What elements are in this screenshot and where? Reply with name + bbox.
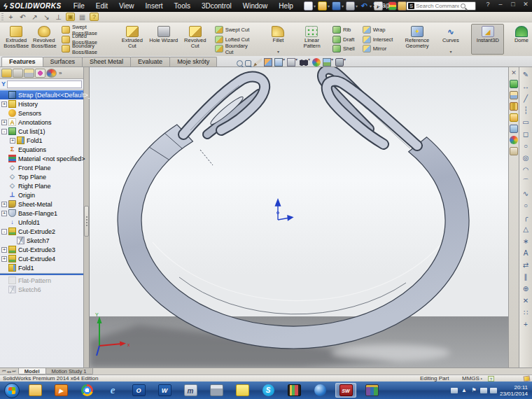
expand-toggle-icon[interactable]: + (1, 120, 7, 125)
revolved-boss-button[interactable]: Revolved Boss/Base (31, 24, 58, 55)
filter-input[interactable] (7, 80, 82, 88)
taskbar-app-button[interactable] (284, 383, 304, 398)
dome-button[interactable]: Dome (505, 24, 532, 55)
mirror-button[interactable]: Mirror (360, 44, 396, 53)
tree-item[interactable]: + History (0, 99, 83, 108)
tree-item[interactable]: + Cut-Extrude3 (0, 245, 83, 254)
expand-toggle-icon[interactable]: + (1, 102, 7, 107)
toolbar-grip[interactable] (1, 13, 4, 21)
doc-nav-arrow-icon[interactable]: ⏮ (2, 369, 6, 374)
document-tab[interactable]: Motion Study 1 (46, 368, 93, 374)
menu-item[interactable]: Edit (91, 1, 113, 10)
tree-item[interactable]: ◇ Front Plane (0, 163, 83, 172)
taskbar-app-button[interactable]: e (102, 383, 123, 398)
sketch-tool-icon[interactable]: ◎ (520, 153, 531, 164)
intersect-button[interactable]: Intersect (360, 35, 396, 44)
sketch-tool-icon[interactable]: ┆ (520, 105, 531, 116)
sketch-tool-icon[interactable]: ↔ (520, 81, 531, 92)
tree-item[interactable]: + Sheet-Metal (0, 200, 83, 209)
hole-wizard-button[interactable]: Hole Wizard (148, 24, 179, 55)
task-pane-icon[interactable] (510, 102, 518, 111)
menu-item[interactable]: File (69, 1, 90, 10)
tree-item[interactable]: ◇ Top Plane (0, 172, 83, 181)
feature-manager-overflow-icon[interactable]: » (59, 70, 62, 76)
extruded-boss-button[interactable]: Extruded Boss/Base (3, 24, 30, 55)
open-icon[interactable] (318, 1, 327, 10)
sketch-tool-icon[interactable]: ◻ (520, 129, 531, 140)
tree-item[interactable]: Σ Equations (0, 145, 83, 154)
macro-tool-icon[interactable]: ↘ (42, 13, 51, 22)
panel-splitter-grip[interactable] (84, 206, 89, 237)
sketch-tool-icon[interactable]: ✎ (520, 69, 531, 80)
command-tab[interactable]: Features (1, 57, 43, 66)
tree-item[interactable]: ╱ Sketch6 (0, 285, 83, 294)
expand-toggle-icon[interactable]: + (1, 247, 7, 253)
sketch-tool-icon[interactable]: ✕ (520, 295, 531, 307)
sketch-tool-icon[interactable]: ∗ (520, 236, 531, 247)
filter-icon[interactable]: Y (1, 80, 6, 88)
new-document-icon[interactable] (304, 1, 313, 10)
linear-pattern-button[interactable]: Linear Pattern (295, 24, 328, 55)
sketch-tool-icon[interactable]: ╱ (520, 93, 531, 104)
command-tab[interactable]: Surfaces (43, 57, 83, 66)
sketch-tool-icon[interactable]: ◠ (520, 164, 531, 176)
units-selector[interactable]: MMGS (462, 375, 482, 382)
taskbar-app-button[interactable]: S (258, 383, 279, 398)
tree-item[interactable] (0, 273, 83, 275)
tray-volume-icon[interactable] (490, 388, 497, 393)
status-tag-icon[interactable] (523, 375, 530, 382)
taskbar-app-button[interactable]: W (154, 383, 175, 398)
sketch-tool-icon[interactable]: ⇄ (520, 260, 531, 271)
extruded-cut-button[interactable]: Extruded Cut (117, 24, 148, 55)
tray-show-hidden-icon[interactable]: ▲ (461, 387, 468, 393)
wrap-button[interactable]: Wrap (360, 25, 396, 34)
save-icon[interactable] (332, 1, 341, 10)
feature-manager-tab-icon[interactable] (13, 69, 23, 78)
window-button[interactable]: ✕ (521, 1, 531, 8)
open-dropdown-icon[interactable] (328, 1, 331, 10)
doc-nav-arrow-icon[interactable]: ◂ (6, 369, 8, 374)
save-dropdown-icon[interactable] (342, 1, 345, 10)
macro-tool-icon[interactable]: ↶ (18, 13, 27, 22)
expand-toggle-icon[interactable]: + (1, 211, 7, 216)
taskbar-app-button[interactable]: m (180, 383, 201, 398)
task-pane-icon[interactable] (510, 80, 518, 88)
sketch-tool-icon[interactable]: A (520, 248, 531, 259)
sketch-tool-icon[interactable]: ╭ (520, 212, 531, 223)
swept-cut-button[interactable]: Swept Cut (213, 25, 256, 34)
sketch-tool-icon[interactable]: ○ (520, 200, 531, 211)
sketch-tool-icon[interactable]: △ (520, 224, 531, 235)
taskbar-app-button[interactable] (361, 383, 382, 398)
window-button[interactable]: ? (483, 1, 493, 8)
tree-item[interactable]: + Cut-Extrude4 (0, 254, 83, 263)
task-pane-icon[interactable] (510, 113, 518, 122)
status-help-icon[interactable]: ? (488, 376, 494, 382)
revolved-cut-button[interactable]: Revolved Cut (180, 24, 211, 55)
search-input[interactable] (416, 3, 459, 9)
instant3d-button[interactable]: ◢ Instant3D (471, 24, 504, 55)
task-pane-icon[interactable] (510, 91, 518, 99)
feature-manager-tab-icon[interactable] (46, 69, 57, 78)
feature-manager-tab-icon[interactable] (35, 69, 46, 78)
search-icon[interactable] (461, 4, 465, 8)
taskbar-app-button[interactable] (309, 383, 330, 398)
doc-nav-arrow-icon[interactable]: ▸ (9, 369, 11, 374)
macro-tool-icon[interactable]: ⊥ (54, 13, 63, 22)
sketch-tool-icon[interactable]: ∿ (520, 188, 531, 200)
sketch-tool-icon[interactable]: ○ (520, 141, 531, 152)
document-tab[interactable]: Model (18, 368, 46, 374)
curves-dropdown-icon[interactable] (449, 43, 451, 56)
expand-toggle-icon[interactable]: - (1, 129, 7, 134)
rib-button[interactable]: Rib (330, 25, 357, 34)
task-pane-icon[interactable] (510, 125, 518, 133)
window-button[interactable]: – (496, 1, 505, 8)
shell-button[interactable]: Shell (330, 44, 357, 53)
tree-item[interactable]: + A Annotations (0, 118, 83, 127)
tree-item[interactable]: ╱ Sketch7 (0, 236, 83, 245)
expand-toggle-icon[interactable]: + (1, 202, 7, 207)
new-dropdown-icon[interactable] (314, 1, 317, 10)
taskbar-app-button[interactable]: SW (335, 383, 356, 398)
tray-device-icon[interactable] (451, 388, 458, 393)
menu-item[interactable]: Window (238, 1, 273, 10)
sketch-tool-icon[interactable]: ∷ (520, 307, 531, 318)
